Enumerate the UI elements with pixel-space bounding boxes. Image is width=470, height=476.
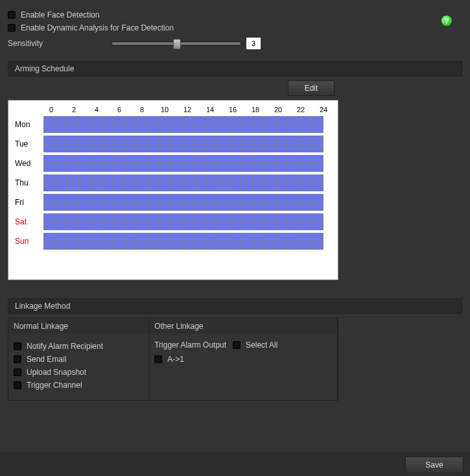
hour-cell[interactable]: [242, 233, 253, 249]
hour-cell[interactable]: [56, 117, 67, 133]
hour-cell[interactable]: [311, 214, 323, 230]
hour-cell[interactable]: [288, 214, 300, 230]
hour-cell[interactable]: [56, 233, 67, 249]
hour-cell[interactable]: [276, 117, 288, 133]
help-icon[interactable]: ?: [441, 16, 452, 26]
hour-cell[interactable]: [125, 214, 137, 230]
hour-cell[interactable]: [230, 195, 242, 211]
day-grid[interactable]: [43, 155, 323, 172]
hour-cell[interactable]: [264, 156, 276, 172]
hour-cell[interactable]: [160, 233, 172, 249]
hour-cell[interactable]: [276, 233, 288, 249]
hour-cell[interactable]: [218, 175, 230, 191]
hour-cell[interactable]: [183, 175, 195, 191]
hour-cell[interactable]: [311, 175, 323, 191]
save-button[interactable]: Save: [405, 457, 464, 473]
hour-cell[interactable]: [288, 156, 300, 172]
hour-cell[interactable]: [195, 195, 207, 211]
hour-cell[interactable]: [253, 233, 264, 249]
hour-cell[interactable]: [253, 214, 264, 230]
linkage-checkbox[interactable]: [14, 355, 21, 363]
hour-cell[interactable]: [311, 233, 323, 249]
hour-cell[interactable]: [230, 175, 242, 191]
sensitivity-slider[interactable]: [112, 42, 241, 45]
hour-cell[interactable]: [195, 136, 207, 152]
hour-cell[interactable]: [195, 233, 207, 249]
day-grid[interactable]: [43, 233, 323, 250]
hour-cell[interactable]: [137, 175, 148, 191]
hour-cell[interactable]: [160, 156, 172, 172]
hour-cell[interactable]: [102, 136, 114, 152]
hour-cell[interactable]: [218, 214, 230, 230]
hour-cell[interactable]: [311, 195, 323, 211]
hour-cell[interactable]: [276, 214, 288, 230]
hour-cell[interactable]: [218, 117, 230, 133]
hour-cell[interactable]: [207, 117, 218, 133]
hour-cell[interactable]: [79, 214, 91, 230]
hour-cell[interactable]: [218, 136, 230, 152]
hour-cell[interactable]: [79, 156, 91, 172]
select-all-checkbox[interactable]: [233, 341, 241, 349]
hour-cell[interactable]: [113, 195, 125, 211]
hour-cell[interactable]: [79, 175, 91, 191]
hour-cell[interactable]: [91, 175, 102, 191]
hour-cell[interactable]: [113, 117, 125, 133]
hour-cell[interactable]: [288, 136, 300, 152]
enable-dynamic-analysis-checkbox[interactable]: [8, 24, 16, 32]
hour-cell[interactable]: [148, 233, 160, 249]
hour-cell[interactable]: [276, 195, 288, 211]
hour-cell[interactable]: [264, 136, 276, 152]
day-grid[interactable]: [43, 174, 323, 191]
hour-cell[interactable]: [172, 214, 183, 230]
hour-cell[interactable]: [242, 117, 253, 133]
hour-cell[interactable]: [137, 233, 148, 249]
day-grid[interactable]: [43, 213, 323, 230]
hour-cell[interactable]: [311, 117, 323, 133]
hour-cell[interactable]: [300, 233, 311, 249]
hour-cell[interactable]: [113, 233, 125, 249]
hour-cell[interactable]: [44, 175, 56, 191]
hour-cell[interactable]: [91, 117, 102, 133]
hour-cell[interactable]: [137, 156, 148, 172]
hour-cell[interactable]: [79, 117, 91, 133]
hour-cell[interactable]: [172, 233, 183, 249]
hour-cell[interactable]: [207, 214, 218, 230]
hour-cell[interactable]: [242, 214, 253, 230]
hour-cell[interactable]: [91, 136, 102, 152]
hour-cell[interactable]: [230, 117, 242, 133]
hour-cell[interactable]: [67, 136, 79, 152]
hour-cell[interactable]: [242, 195, 253, 211]
hour-cell[interactable]: [67, 195, 79, 211]
hour-cell[interactable]: [183, 136, 195, 152]
hour-cell[interactable]: [207, 233, 218, 249]
hour-cell[interactable]: [183, 195, 195, 211]
hour-cell[interactable]: [137, 214, 148, 230]
hour-cell[interactable]: [264, 117, 276, 133]
hour-cell[interactable]: [195, 175, 207, 191]
hour-cell[interactable]: [79, 195, 91, 211]
hour-cell[interactable]: [113, 175, 125, 191]
hour-cell[interactable]: [253, 136, 264, 152]
hour-cell[interactable]: [276, 175, 288, 191]
hour-cell[interactable]: [102, 175, 114, 191]
hour-cell[interactable]: [160, 175, 172, 191]
hour-cell[interactable]: [218, 233, 230, 249]
hour-cell[interactable]: [288, 175, 300, 191]
hour-cell[interactable]: [311, 156, 323, 172]
sensitivity-slider-thumb[interactable]: [173, 39, 181, 49]
hour-cell[interactable]: [79, 136, 91, 152]
hour-cell[interactable]: [44, 214, 56, 230]
hour-cell[interactable]: [172, 156, 183, 172]
hour-cell[interactable]: [172, 175, 183, 191]
hour-cell[interactable]: [44, 136, 56, 152]
linkage-checkbox[interactable]: [14, 381, 21, 389]
hour-cell[interactable]: [125, 156, 137, 172]
hour-cell[interactable]: [56, 214, 67, 230]
hour-cell[interactable]: [311, 136, 323, 152]
hour-cell[interactable]: [183, 117, 195, 133]
hour-cell[interactable]: [183, 233, 195, 249]
hour-cell[interactable]: [264, 195, 276, 211]
hour-cell[interactable]: [300, 136, 311, 152]
hour-cell[interactable]: [148, 136, 160, 152]
hour-cell[interactable]: [160, 117, 172, 133]
